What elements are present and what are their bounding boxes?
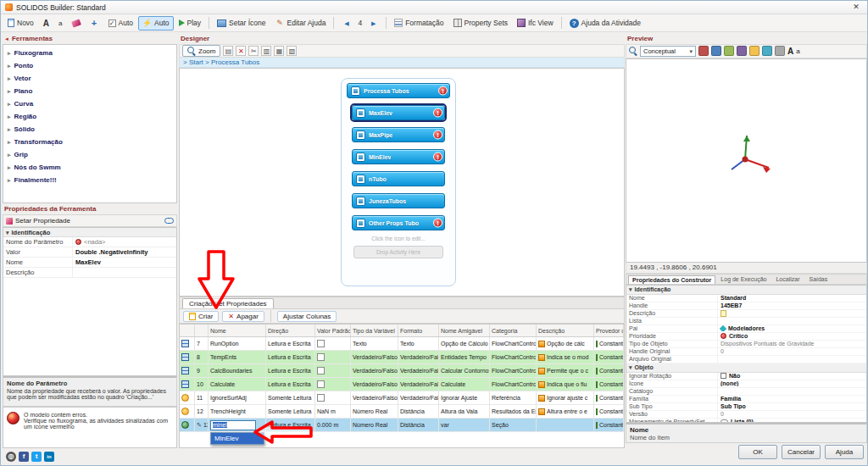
close-icon[interactable]: ✕	[848, 2, 865, 13]
column-header[interactable]: Nome	[209, 325, 266, 336]
cell-descricao[interactable]: Opção de cálc	[537, 337, 594, 350]
cell-valor-padrao[interactable]	[315, 364, 351, 377]
font-decrease-button[interactable]: a	[796, 47, 799, 55]
tree-item[interactable]: Fluxograma	[3, 47, 176, 59]
builder-property-row[interactable]: Arquivo Original	[626, 356, 866, 363]
flowchart-canvas[interactable]: Processa Tubos MaxElev MaxPi	[179, 68, 625, 297]
property-row[interactable]: Nome do Parâmetro <nada>	[3, 237, 176, 247]
cell-nome[interactable]: RunOption RunOption	[209, 337, 266, 350]
builder-property-row[interactable]: Ícone (none)	[626, 380, 866, 388]
tree-item[interactable]: Curva	[3, 97, 176, 110]
column-header[interactable]: Direção	[266, 325, 315, 336]
delete-row-button[interactable]: Apagar	[222, 311, 264, 322]
light-icon[interactable]	[749, 46, 760, 56]
builder-property-row[interactable]: Handle 145EB7	[626, 302, 866, 310]
column-header[interactable]: Nome Amigável	[439, 325, 490, 336]
column-header[interactable]	[180, 325, 195, 336]
cell-direcao[interactable]: Somente Leitura	[266, 391, 315, 404]
orbit-icon[interactable]	[698, 46, 709, 56]
font-decrease-button[interactable]: a	[54, 17, 66, 30]
tree-item[interactable]: Vetor	[3, 72, 176, 85]
builder-property-row[interactable]: Handle Original 0	[626, 348, 866, 356]
cell-valor-padrao[interactable]: 0.000 m	[315, 419, 351, 431]
cell-descricao[interactable]: Indica que o flu	[537, 378, 594, 391]
cell-nome[interactable]: Calculate Calculate	[209, 378, 266, 391]
cell-nome[interactable]: TrenchHeight TrenchHeight	[209, 405, 266, 418]
table-row[interactable]: 13 minel minel Leitura e Escrita 0.000 m…	[180, 419, 624, 432]
cell-formato[interactable]: Verdadeiro/Falso	[398, 351, 439, 363]
tree-item[interactable]: Ponto	[3, 59, 176, 72]
cell-nome-amigavel[interactable]: Entidades Tempo	[439, 351, 490, 363]
edit-help-button[interactable]: Editar Ajuda	[271, 16, 331, 31]
cell-direcao[interactable]: Leitura e Escrita	[266, 364, 315, 377]
table-row[interactable]: 10 Calculate Calculate Leitura e Escrita…	[180, 378, 624, 391]
font-increase-button[interactable]: A	[787, 47, 793, 56]
eraser-button[interactable]	[68, 18, 85, 29]
cell-formato[interactable]: Verdadeiro/Falso	[398, 378, 439, 391]
preview-viewport[interactable]	[626, 58, 867, 263]
cell-provedor[interactable]: Constante	[594, 337, 624, 350]
cell-direcao[interactable]: Somente Leitura	[266, 405, 315, 418]
ok-button[interactable]: OK	[738, 445, 777, 459]
tab[interactable]: Saídas	[804, 275, 832, 284]
checkbox-icon[interactable]	[317, 367, 325, 374]
column-header[interactable]: Formato	[398, 325, 439, 336]
cell-valor-padrao[interactable]	[315, 337, 351, 350]
tree-item[interactable]: Nós do Swmm	[3, 161, 176, 174]
table-row[interactable]: 8 TempEnts TempEnts Leitura e Escrita Ve…	[180, 351, 624, 364]
column-header[interactable]	[195, 325, 209, 336]
linkedin-icon[interactable]	[44, 452, 54, 462]
cell-formato[interactable]: Distância	[398, 405, 439, 418]
set-property-button[interactable]: Setar Propriedade	[6, 217, 70, 225]
flowchart-node[interactable]: MinElev	[352, 149, 445, 164]
zoom-button[interactable]: Zoom	[182, 45, 220, 57]
delete-icon[interactable]: ✕	[236, 46, 246, 56]
pan-icon[interactable]	[711, 46, 721, 56]
tree-item[interactable]: Finalmente!!!	[3, 174, 176, 186]
formatting-button[interactable]: Formatação	[390, 16, 448, 30]
section-identificacao[interactable]: Identificação	[3, 228, 176, 237]
zoom-extents-icon[interactable]	[724, 46, 734, 56]
tree-item[interactable]: Transformação	[3, 136, 176, 148]
view-cube-icon[interactable]	[737, 46, 747, 56]
builder-property-row[interactable]: Catálogo	[626, 388, 866, 396]
facebook-icon[interactable]	[19, 452, 29, 462]
builder-property-row[interactable]: Pai Modeladores	[626, 325, 866, 333]
autocomplete-option[interactable]: MinElev	[211, 433, 264, 444]
cell-tipo[interactable]: Texto	[351, 337, 398, 350]
activity-help-button[interactable]: Ajuda da Atividade	[565, 16, 645, 31]
adjust-columns-button[interactable]: Ajustar Colunas	[277, 311, 337, 322]
flowchart-node[interactable]: MaxElev	[352, 105, 445, 120]
undo-button[interactable]	[337, 16, 355, 31]
tab-criacao-set-propriedades[interactable]: Criação/Set Propriedades	[182, 298, 274, 308]
table-row[interactable]: 12 TrenchHeight TrenchHeight Somente Lei…	[180, 405, 624, 419]
print-icon[interactable]: ▧	[287, 46, 297, 56]
cell-direcao[interactable]: Leitura e Escrita	[266, 337, 315, 350]
column-header[interactable]: Categoria	[490, 325, 537, 336]
name-edit-input[interactable]: minel	[210, 420, 256, 430]
cell-nome[interactable]: CalcBoundaries CalcBoundaries	[209, 364, 266, 377]
cell-categoria[interactable]: Resultados da Es	[490, 405, 537, 418]
flowchart-root-node[interactable]: Processa Tubos	[347, 83, 450, 98]
section-identificacao[interactable]: Identificação	[626, 286, 866, 295]
flowchart-node[interactable]: JunezaTubos	[352, 193, 445, 208]
column-header[interactable]: Provedor de Valo	[594, 325, 624, 336]
website-icon[interactable]	[6, 452, 16, 462]
cell-nome-amigavel[interactable]: Opção de Cálculo	[439, 337, 490, 350]
table-row[interactable]: 9 CalcBoundaries CalcBoundaries Leitura …	[180, 364, 624, 378]
tab[interactable]: Log de Execução	[716, 275, 771, 284]
flowchart-node[interactable]: Other Props Tubo	[352, 215, 445, 230]
cell-descricao[interactable]: Altura entre o e	[537, 405, 594, 418]
checkbox-icon[interactable]	[317, 380, 325, 388]
auto-checkbox[interactable]: Auto	[104, 16, 138, 30]
cell-categoria[interactable]: FlowChartControl	[490, 364, 537, 377]
cell-provedor[interactable]: Constante	[594, 391, 624, 404]
cell-descricao[interactable]: Permite que o c	[537, 364, 594, 377]
cell-categoria[interactable]: FlowChartControl	[490, 337, 537, 350]
breadcrumb[interactable]: > Start > Processa Tubos	[179, 58, 625, 68]
cell-descricao[interactable]: Ignorar ajuste c	[537, 391, 594, 404]
new-button[interactable]: Novo	[3, 16, 38, 30]
cell-valor-padrao[interactable]: NaN m	[315, 405, 351, 418]
link-icon[interactable]	[164, 218, 174, 224]
cut-icon[interactable]: ✂	[248, 46, 259, 56]
